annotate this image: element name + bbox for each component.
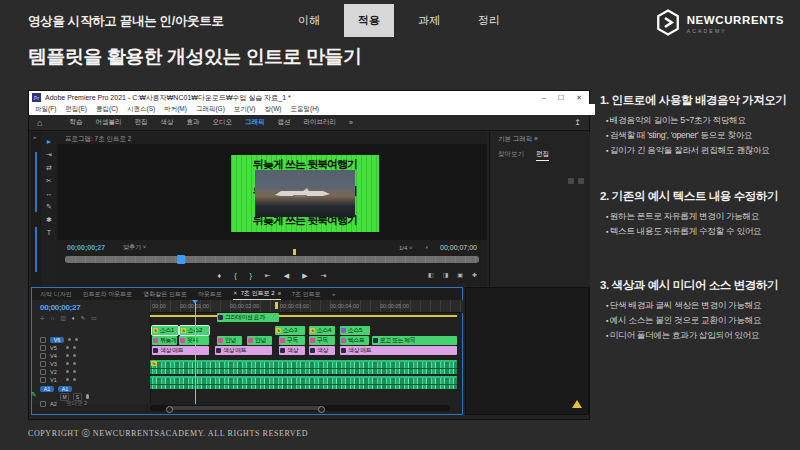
track-lock-icon[interactable]	[40, 401, 46, 407]
share-export-icon[interactable]: ↥	[574, 118, 581, 127]
export-frame-button[interactable]: ▣	[457, 271, 463, 278]
close-sequence-icon[interactable]: ✕	[233, 290, 238, 296]
menu-marker[interactable]: 마커(M)	[164, 105, 187, 114]
workspace-libraries[interactable]: 라이브러리	[303, 118, 336, 127]
workspace-color[interactable]: 색상	[160, 118, 173, 127]
snap-icon[interactable]: ∩	[51, 315, 55, 321]
panel-menu-icon[interactable]: ≡	[534, 135, 538, 142]
workspace-audio[interactable]: 오디오	[212, 118, 232, 127]
track-eye-icon[interactable]	[73, 370, 76, 373]
timeline-clip[interactable]: 구독	[309, 336, 335, 345]
menu-window[interactable]: 창(W)	[265, 105, 282, 114]
scrollbar-handle[interactable]	[168, 406, 323, 410]
tab-assignment[interactable]: 과제	[404, 4, 454, 37]
audio-clip-a1[interactable]: fx	[150, 360, 457, 374]
menu-help[interactable]: 도움말(H)	[290, 105, 319, 114]
track-label[interactable]: V2	[50, 369, 62, 375]
track-sync-icon[interactable]	[66, 370, 69, 373]
home-icon[interactable]: ⌂	[37, 118, 42, 128]
timeline-scrollbar[interactable]	[150, 405, 450, 411]
tab-apply[interactable]: 적용	[344, 4, 394, 37]
track-lock-icon[interactable]	[40, 361, 46, 367]
track-sync-icon[interactable]	[68, 338, 71, 341]
program-preview[interactable]: 뒤늦게 쓰는 뒷북여행기 뒤늦게 쓰는 뒷북여행기 뒤늦게 쓰는 뒷북여행기	[57, 144, 487, 240]
workspace-effects[interactable]: 효과	[186, 118, 199, 127]
close-button[interactable]: ✕	[576, 94, 582, 102]
timeline-clips-area[interactable]: 그라데이션 효과 fx 소스1 fx 소스2 fx 소스3 fx 소스4	[150, 312, 463, 404]
selection-tool[interactable]: ►	[46, 138, 53, 145]
play-button[interactable]: ▶	[302, 272, 307, 279]
v6-thin-clip[interactable]	[150, 315, 457, 317]
sequence-tab-7s-intro-2[interactable]: ✕ 7초 인트로 2 ≡	[233, 289, 281, 300]
slip-tool[interactable]: ↔	[46, 190, 53, 197]
timeline-timecode[interactable]: 00;00;00;27	[40, 303, 80, 312]
timeline-clip[interactable]: 색상	[309, 346, 335, 355]
track-label[interactable]: A2	[50, 401, 62, 407]
sequence-tab-cinematic-intro[interactable]: 영화같은 인트로	[143, 290, 187, 299]
sequence-tab-intro-outro[interactable]: 인트로와 아웃트로	[83, 290, 133, 299]
workspace-graphics[interactable]: 그래픽	[245, 118, 265, 127]
hand-tool[interactable]: ✱	[46, 216, 52, 223]
step-forward-button[interactable]: ⇥	[321, 272, 327, 279]
sequence-menu-icon[interactable]: ≡	[278, 290, 281, 296]
eg-tab-edit[interactable]: 편집	[536, 150, 549, 161]
track-sync-icon[interactable]	[66, 346, 69, 349]
track-label[interactable]: V5	[50, 345, 62, 351]
menu-sequence[interactable]: 시퀀스(S)	[127, 105, 155, 114]
linked-selection-icon[interactable]: ◫	[61, 315, 66, 321]
track-label[interactable]: V6	[50, 337, 64, 343]
timeline-clip[interactable]: fx 소스1	[152, 326, 178, 335]
maximize-button[interactable]: ☐	[558, 94, 564, 102]
track-eye-icon[interactable]	[73, 362, 76, 365]
scrubber-playhead[interactable]	[177, 255, 185, 264]
track-lock-icon[interactable]	[40, 337, 46, 343]
panel-scrollbar[interactable]	[35, 227, 37, 272]
timeline-playhead[interactable]	[195, 300, 196, 404]
timeline-clip[interactable]: 색상	[279, 346, 305, 355]
minimize-button[interactable]: –	[542, 94, 546, 102]
sequence-tab-7s-intro[interactable]: 7초 인트로	[292, 290, 321, 299]
timeline-clip[interactable]: 뒷북	[179, 336, 209, 345]
timeline-clip[interactable]: fx 소스4	[309, 326, 335, 335]
track-lock-icon[interactable]	[40, 345, 46, 351]
go-to-in-button[interactable]: ⇤	[265, 272, 271, 279]
track-label[interactable]: V3	[50, 361, 62, 367]
extract-button[interactable]: ◨	[443, 271, 449, 278]
voiceover-mic-icon[interactable]	[86, 394, 89, 399]
timeline-clip[interactable]: 소스5	[340, 326, 370, 335]
add-marker-button[interactable]: ♦	[218, 272, 222, 279]
window-titlebar[interactable]: Pr Adobe Premiere Pro 2021 - C:₩사용자₩NC01…	[29, 91, 589, 104]
track-label[interactable]: V1	[50, 377, 62, 383]
menu-clip[interactable]: 클립(C)	[96, 105, 118, 114]
track-lock-icon[interactable]	[40, 353, 46, 359]
timeline-clip[interactable]: 색상 매트	[152, 346, 209, 355]
ripple-edit-tool[interactable]: ⇄	[46, 164, 52, 171]
menu-edit[interactable]: 편집(E)	[65, 105, 87, 114]
insert-overwrite-icon[interactable]: ⊹	[40, 315, 45, 321]
tab-understand[interactable]: 이해	[284, 4, 334, 37]
timeline-settings-icon[interactable]: ✎	[81, 315, 86, 321]
timeline-clip[interactable]: 안녕	[247, 336, 272, 345]
eg-tab-browse[interactable]: 찾아보기	[498, 150, 524, 161]
step-back-button[interactable]: ◀	[284, 272, 289, 279]
timeline-clip[interactable]: 텍스트	[340, 336, 369, 345]
eg-grid-icon[interactable]	[568, 178, 574, 184]
track-header-v5[interactable]: V5	[40, 344, 76, 351]
timeline-clip[interactable]: 로고 또는 제목	[372, 336, 457, 345]
timeline-clip[interactable]: 색상 매트	[340, 346, 457, 355]
pen-tool[interactable]: ✎	[46, 203, 52, 210]
track-patch-a1[interactable]: A1	[58, 386, 72, 392]
workspace-learning[interactable]: 학습	[69, 118, 82, 127]
workspace-captions[interactable]: 캡션	[277, 118, 290, 127]
track-sync-icon[interactable]	[66, 378, 69, 381]
track-sync-icon[interactable]	[66, 354, 69, 357]
button-editor-plus[interactable]: ✚	[472, 271, 477, 278]
track-eye-icon[interactable]	[75, 338, 78, 341]
mark-out-button[interactable]: }	[250, 272, 252, 279]
sequence-tab-outro[interactable]: 아웃트로	[198, 290, 222, 299]
source-patch-a1[interactable]: A1	[40, 386, 54, 392]
timeline-clip[interactable]: 그라데이션 효과	[217, 313, 279, 322]
track-eye-icon[interactable]	[73, 378, 76, 381]
timeline-clip[interactable]: 색상 매트	[215, 346, 272, 355]
eg-new-layer-icon[interactable]	[578, 178, 584, 184]
